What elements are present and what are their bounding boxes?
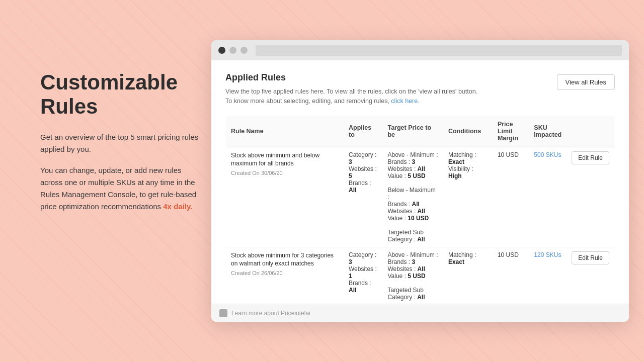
footer-text: Learn more about Priceintelai xyxy=(231,310,310,317)
row1-rule-name: Stock above minimum and below maximum fo… xyxy=(226,147,344,247)
col-price-limit: Price LimitMargin xyxy=(493,115,529,147)
table-row: Stock above minimum and below maximum fo… xyxy=(226,147,615,247)
col-rule-name: Rule Name xyxy=(226,115,344,147)
row2-target-price: Above - Minimum : Brands : 3 Websites : … xyxy=(382,247,443,305)
table-header-row: Rule Name Applies to Target Price to be … xyxy=(226,115,615,147)
edit-rule-button-2[interactable]: Edit Rule xyxy=(572,251,609,264)
row2-actions: Edit Rule xyxy=(567,247,614,305)
applied-rules-section: Applied Rules View the top five applied … xyxy=(211,60,629,317)
table-row: Stock above minimum for 3 categories on … xyxy=(226,247,615,305)
row1-applies-to: Category : 3 Websites : 5 Brands : All xyxy=(344,147,382,247)
row2-price-limit: 10 USD xyxy=(493,247,529,305)
dot-minimize[interactable] xyxy=(229,47,236,54)
browser-window: Applied Rules View the top five applied … xyxy=(211,40,629,322)
browser-toolbar xyxy=(211,40,629,60)
section-info: Applied Rules View the top five applied … xyxy=(225,72,477,106)
browser-footer: Learn more about Priceintelai xyxy=(211,304,629,322)
row1-price-limit: 10 USD xyxy=(493,147,529,247)
row2-sku-impacted: 120 SKUs xyxy=(529,247,567,305)
row1-sku-impacted: 500 SKUs xyxy=(529,147,567,247)
section-header-row: Applied Rules View the top five applied … xyxy=(225,72,615,106)
info-icon xyxy=(219,309,227,317)
edit-rule-button-1[interactable]: Edit Rule xyxy=(572,151,609,164)
row1-target-price: Above - Minimum : Brands : 3 Websites : … xyxy=(382,147,443,247)
main-heading: Customizable Rules xyxy=(40,70,201,119)
col-sku-impacted: SKUImpacted xyxy=(529,115,567,147)
left-panel: Customizable Rules Get an overview of th… xyxy=(40,70,201,222)
col-actions xyxy=(567,115,614,147)
paragraph-1: Get an overview of the top 5 smart prici… xyxy=(40,131,201,155)
col-conditions: Conditions xyxy=(443,115,493,147)
dot-maximize[interactable] xyxy=(240,47,248,54)
click-here-link[interactable]: click here. xyxy=(391,98,419,105)
address-bar[interactable] xyxy=(256,45,622,56)
section-title: Applied Rules xyxy=(225,72,477,83)
highlight-text: 4x daily. xyxy=(163,202,192,211)
col-applies-to: Applies to xyxy=(344,115,382,147)
row1-actions: Edit Rule xyxy=(567,147,614,247)
row2-conditions: Matching : Exact xyxy=(443,247,493,305)
row1-conditions: Matching : Exact Visibility : High xyxy=(443,147,493,247)
view-all-rules-button[interactable]: View all Rules xyxy=(557,74,615,90)
paragraph-2: You can change, update, or add new rules… xyxy=(40,164,201,213)
dot-close[interactable] xyxy=(218,47,225,54)
section-desc: View the top five applied rules here. To… xyxy=(225,87,477,106)
rules-table: Rule Name Applies to Target Price to be … xyxy=(225,115,615,305)
col-target-price: Target Price to be xyxy=(382,115,443,147)
row2-applies-to: Category : 3 Websites : 1 Brands : All xyxy=(344,247,382,305)
row2-rule-name: Stock above minimum for 3 categories on … xyxy=(226,247,344,305)
browser-content: Applied Rules View the top five applied … xyxy=(211,60,629,322)
